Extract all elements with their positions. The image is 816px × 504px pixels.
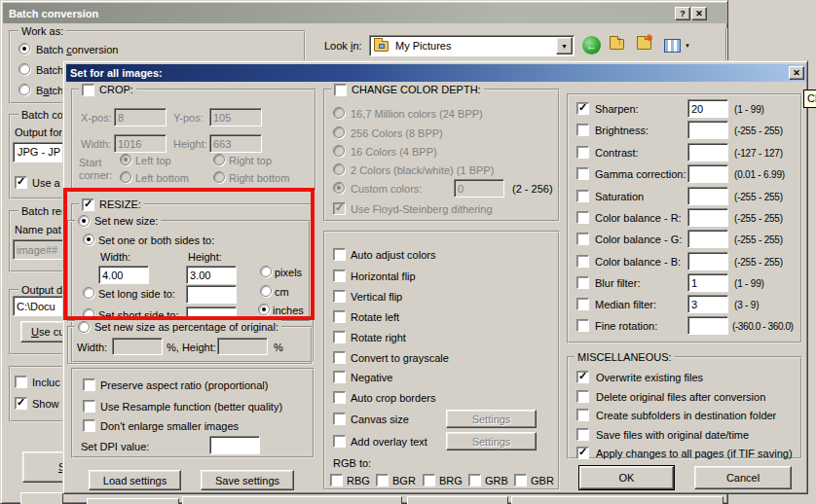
rgb-grb-checkbox[interactable] — [468, 474, 481, 486]
brightness-checkbox[interactable] — [576, 124, 589, 136]
balance-r-field[interactable] — [687, 208, 728, 227]
vflip-checkbox[interactable] — [333, 290, 346, 303]
saturation-field[interactable] — [687, 187, 728, 205]
resample-checkbox[interactable] — [83, 400, 95, 413]
help-button[interactable]: ? — [675, 7, 690, 20]
apply-all-pages-checkbox[interactable] — [576, 447, 589, 459]
fine-rotation-field[interactable] — [687, 316, 728, 335]
colors-1bpp-radio[interactable] — [333, 163, 345, 175]
colors-4bpp-radio[interactable] — [333, 145, 345, 157]
canvas-size-checkbox[interactable] — [333, 413, 346, 425]
no-enlarge-checkbox[interactable] — [83, 419, 95, 432]
rgb-gbr-checkbox[interactable] — [514, 474, 527, 486]
contrast-checkbox[interactable] — [576, 146, 589, 159]
close-button[interactable]: ✕ — [691, 7, 707, 20]
negative-checkbox[interactable] — [333, 371, 346, 383]
views-dropdown-icon[interactable]: ▼ — [685, 43, 690, 49]
corner-right-top-radio[interactable] — [213, 154, 225, 165]
load-settings-button[interactable]: Load settings — [89, 470, 181, 490]
short-side-radio[interactable] — [83, 308, 94, 320]
back-icon[interactable]: ← — [582, 36, 601, 54]
fine-rotation-checkbox[interactable] — [576, 319, 589, 332]
up-one-level-icon[interactable]: ↑ — [610, 38, 626, 51]
rotate-right-checkbox[interactable] — [333, 331, 346, 343]
balance-r-checkbox[interactable] — [576, 211, 589, 224]
colors-8bpp-radio[interactable] — [333, 126, 345, 138]
look-in-combobox[interactable]: My Pictures ▼ — [369, 35, 575, 56]
window-titlebar[interactable]: Batch conversion — [3, 3, 727, 23]
rgb-brg-checkbox[interactable] — [423, 474, 435, 486]
colors-24bpp-radio[interactable] — [333, 107, 345, 119]
dither-checkbox[interactable] — [333, 202, 346, 215]
corner-left-top-radio[interactable] — [120, 154, 131, 165]
crop-width-field[interactable] — [114, 134, 167, 153]
balance-g-field[interactable] — [687, 230, 728, 248]
save-date-checkbox[interactable] — [576, 428, 589, 441]
delete-original-checkbox[interactable] — [576, 390, 589, 403]
new-folder-icon[interactable]: ✱ — [637, 38, 653, 51]
overlay-settings-button[interactable]: Settings — [446, 432, 537, 450]
one-or-both-radio[interactable] — [83, 234, 94, 245]
views-icon[interactable] — [664, 39, 681, 53]
corner-right-bottom-radio[interactable] — [213, 171, 225, 183]
create-subfolders-checkbox[interactable] — [576, 409, 589, 421]
color-depth-checkbox[interactable] — [334, 84, 347, 96]
rgb-rbg-checkbox[interactable] — [330, 474, 343, 486]
custom-colors-field[interactable] — [454, 179, 504, 198]
percent-width-field[interactable] — [112, 338, 163, 355]
gamma-checkbox[interactable] — [576, 167, 589, 180]
resize-height-field[interactable] — [186, 266, 237, 284]
unit-cm-radio[interactable] — [260, 285, 272, 297]
median-field[interactable] — [687, 295, 728, 313]
blur-checkbox[interactable] — [576, 276, 589, 289]
long-side-radio[interactable] — [83, 287, 94, 299]
radio-batch-rename[interactable] — [19, 63, 30, 75]
ypos-field[interactable] — [209, 108, 262, 126]
canvas-settings-button[interactable]: Settings — [446, 410, 537, 428]
dialog-titlebar[interactable]: Set for all images: — [66, 64, 806, 82]
radio-batch-both[interactable] — [19, 84, 30, 95]
auto-adjust-checkbox[interactable] — [333, 248, 346, 261]
ok-button[interactable]: OK — [579, 466, 674, 489]
sharpen-field[interactable] — [687, 99, 728, 118]
unit-inches-radio[interactable] — [258, 304, 270, 315]
dpi-field[interactable] — [209, 436, 260, 454]
balance-b-field[interactable] — [687, 252, 728, 270]
blur-field[interactable] — [687, 273, 728, 292]
include-subdirs-checkbox[interactable] — [15, 376, 27, 388]
brightness-field[interactable] — [687, 121, 728, 139]
resize-checkbox[interactable] — [82, 198, 94, 211]
radio-batch-conversion[interactable] — [19, 43, 30, 54]
show-preview-checkbox[interactable] — [15, 397, 27, 410]
median-checkbox[interactable] — [576, 298, 589, 310]
cancel-button[interactable]: Cancel — [694, 466, 792, 489]
gamma-field[interactable] — [687, 164, 728, 183]
auto-crop-checkbox[interactable] — [333, 391, 346, 404]
dialog-close-button[interactable]: ✕ — [789, 66, 804, 80]
overlay-text-checkbox[interactable] — [333, 435, 346, 448]
custom-colors-radio[interactable] — [333, 182, 345, 194]
grayscale-checkbox[interactable] — [333, 351, 346, 364]
percent-height-field[interactable] — [217, 338, 268, 355]
crop-checkbox[interactable] — [82, 84, 94, 96]
crop-height-field[interactable] — [209, 134, 262, 153]
overwrite-checkbox[interactable] — [576, 371, 589, 383]
save-settings-button[interactable]: Save settings — [201, 470, 294, 490]
use-advanced-checkbox[interactable] — [15, 176, 27, 189]
percent-radio[interactable] — [78, 321, 90, 333]
combo-dropdown-button[interactable]: ▼ — [556, 37, 573, 54]
sharpen-checkbox[interactable] — [576, 102, 589, 115]
rotate-left-checkbox[interactable] — [333, 310, 346, 323]
corner-left-bottom-radio[interactable] — [120, 171, 131, 183]
hflip-checkbox[interactable] — [333, 270, 346, 282]
balance-b-checkbox[interactable] — [576, 255, 589, 268]
resize-width-field[interactable] — [98, 266, 149, 284]
xpos-field[interactable] — [114, 108, 167, 126]
rgb-bgr-checkbox[interactable] — [376, 474, 389, 486]
balance-g-checkbox[interactable] — [576, 233, 589, 245]
preserve-aspect-checkbox[interactable] — [83, 378, 95, 391]
unit-pixels-radio[interactable] — [260, 266, 272, 277]
contrast-field[interactable] — [687, 143, 728, 162]
saturation-checkbox[interactable] — [576, 190, 589, 202]
long-side-field[interactable] — [186, 285, 237, 304]
